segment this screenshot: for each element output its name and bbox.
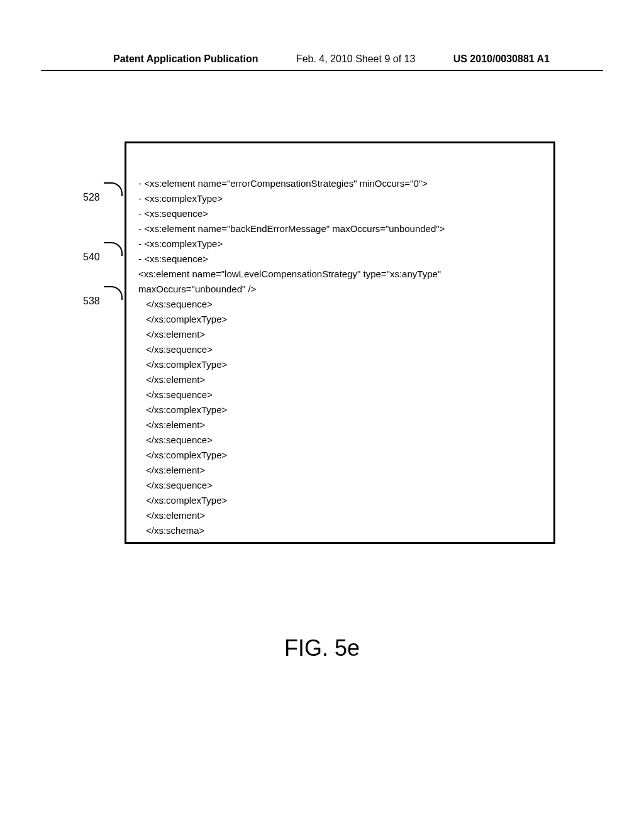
code-line: </xs:complexType>: [138, 357, 445, 372]
callout-528: 528: [83, 192, 100, 203]
code-line: - <xs:complexType>: [138, 236, 445, 252]
code-line: - <xs:element name="errorCompensationStr…: [138, 176, 445, 191]
callout-540-line: [104, 242, 123, 256]
code-line: </xs:sequence>: [138, 387, 445, 402]
code-line: </xs:sequence>: [138, 342, 445, 357]
code-line: </xs:sequence>: [138, 478, 445, 493]
patent-number: US 2010/0030881 A1: [453, 53, 550, 65]
code-line: </xs:schema>: [138, 523, 445, 538]
sheet-info: Feb. 4, 2010 Sheet 9 of 13: [296, 53, 415, 65]
code-line: </xs:sequence>: [138, 433, 445, 448]
code-line: </xs:element>: [138, 508, 445, 523]
code-line: </xs:complexType>: [138, 448, 445, 463]
code-line: </xs:complexType>: [138, 312, 445, 327]
callout-538-line: [104, 286, 123, 300]
code-line: - <xs:element name="backEndErrorMessage"…: [138, 221, 445, 236]
page-header: Patent Application Publication Feb. 4, 2…: [41, 0, 603, 71]
code-line: </xs:sequence>: [138, 297, 445, 312]
code-line: </xs:element>: [138, 463, 445, 478]
code-line: </xs:element>: [138, 418, 445, 433]
code-line: maxOccurs="unbounded" />: [138, 282, 445, 297]
code-line: - <xs:sequence>: [138, 206, 445, 221]
code-line: </xs:element>: [138, 372, 445, 387]
callout-540: 540: [83, 252, 100, 263]
code-line: <xs:element name="lowLevelCompensationSt…: [138, 267, 445, 282]
code-line: </xs:complexType>: [138, 493, 445, 508]
callout-528-line: [104, 182, 123, 196]
callout-538: 538: [83, 296, 100, 307]
code-line: </xs:complexType>: [138, 402, 445, 418]
code-line: - <xs:complexType>: [138, 191, 445, 206]
publication-label: Patent Application Publication: [113, 53, 258, 65]
code-line: </xs:element>: [138, 327, 445, 342]
code-line: - <xs:sequence>: [138, 252, 445, 267]
xml-schema-code: - <xs:element name="errorCompensationStr…: [138, 176, 445, 538]
figure-label: FIG. 5e: [0, 635, 644, 661]
